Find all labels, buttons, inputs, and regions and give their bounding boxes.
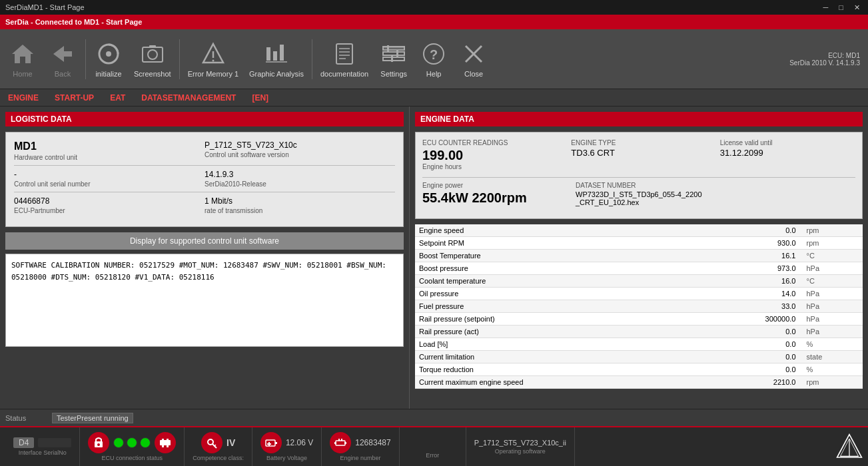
connection-header: SerDia - Connected to MD1 - Start Page xyxy=(0,15,868,29)
row-value: 2210.0 xyxy=(698,376,802,389)
menu-eat[interactable]: EAT xyxy=(107,92,128,104)
initialize-icon xyxy=(95,41,122,67)
menu-datasetmanagement[interactable]: DATASETMANAGEMENT xyxy=(139,92,238,104)
row-unit: hPa xyxy=(803,262,863,275)
left-panel: LOGISTIC DATA MD1 Hardware control unit … xyxy=(0,107,410,409)
license-value: 31.12.2099 xyxy=(720,148,855,158)
toolbar-separator-3 xyxy=(312,39,312,79)
release-label: SerDia2010-Release xyxy=(205,180,395,188)
row-label: Current maximum engine speed xyxy=(415,376,698,389)
interface-serial-value: D4 xyxy=(13,437,34,448)
graphic-analysis-button[interactable]: Graphic Analysis xyxy=(244,33,309,86)
back-button[interactable]: Back xyxy=(43,33,83,86)
row-unit: rpm xyxy=(803,224,863,237)
error-section: Error xyxy=(400,427,466,466)
ecu-icon-1 xyxy=(88,432,109,453)
led-1 xyxy=(113,437,124,448)
error-memory-button[interactable]: Error Memory 1 xyxy=(183,33,244,86)
menu-engine[interactable]: ENGINE xyxy=(5,92,41,104)
engine-table: Engine speed 0.0 rpmSetpoint RPM 930.0 r… xyxy=(415,224,863,389)
engine-data-top: ECU COUNTER READINGS 199.00 Engine hours… xyxy=(415,132,863,219)
dataset-value: WP7323D_I_ST5_TD3p6_055-4_2200_CRT_EU_10… xyxy=(576,190,855,206)
engine-number-section: 12683487 Engine number xyxy=(322,427,399,466)
row-unit: hPa xyxy=(803,288,863,300)
back-icon xyxy=(49,41,76,67)
row-value: 14.0 xyxy=(698,288,802,300)
table-row: Torque reduction 0.0 % xyxy=(415,363,863,376)
svg-point-5 xyxy=(148,50,157,59)
status-bar: Status TesterPresent running xyxy=(0,409,868,426)
ecu-counter-value: 199.00 xyxy=(422,148,558,163)
menu-language[interactable]: [EN] xyxy=(249,92,271,104)
ecu-icons xyxy=(88,432,176,453)
minimize-button[interactable]: ─ xyxy=(821,3,831,12)
connection-status: SerDia - Connected to MD1 - Start Page xyxy=(5,18,142,26)
row-unit: % xyxy=(803,338,863,351)
logistic-divider-1 xyxy=(14,165,395,166)
row-unit: hPa xyxy=(803,326,863,338)
home-button[interactable]: Home xyxy=(3,33,43,86)
screenshot-button[interactable]: Screenshot xyxy=(129,33,177,86)
operating-software-value: P_1712_ST5_V723_X10c_ii xyxy=(474,439,566,447)
table-row: Boost pressure 973.0 hPa xyxy=(415,262,863,275)
serial-dash-label: Control unit serial number xyxy=(14,180,205,188)
row-label: Rail pressure (act) xyxy=(415,326,698,338)
ecu-info-line2: SerDia 2010 V. 14.1.9.3 xyxy=(789,59,860,67)
documentation-button[interactable]: documentation xyxy=(315,33,374,86)
svg-rect-48 xyxy=(344,442,346,444)
svg-rect-46 xyxy=(341,439,342,441)
operating-software-section: P_1712_ST5_V723_X10c_ii Operating softwa… xyxy=(466,427,575,466)
main-content: LOGISTIC DATA MD1 Hardware control unit … xyxy=(0,107,868,426)
hardware-label: Hardware control unit xyxy=(14,154,205,161)
svg-marker-1 xyxy=(53,46,72,62)
battery-section: 12.06 V Battery Voltage xyxy=(252,427,322,466)
menu-startup[interactable]: START-UP xyxy=(52,92,97,104)
row-value: 33.0 xyxy=(698,300,802,313)
toolbar: Home Back initialize Sc xyxy=(0,29,868,89)
version-number: 14.1.9.3 xyxy=(205,170,395,179)
window-controls[interactable]: ─ □ ✕ xyxy=(821,3,863,12)
transmission-rate: 1 Mbit/s xyxy=(205,196,395,206)
help-button[interactable]: ? Help xyxy=(414,33,454,86)
panels-row: LOGISTIC DATA MD1 Hardware control unit … xyxy=(0,107,868,409)
svg-rect-40 xyxy=(266,440,275,446)
screenshot-icon xyxy=(139,41,166,67)
transmission-label: rate of transmission xyxy=(205,207,395,214)
table-row: Rail pressure (setpoint) 300000.0 hPa xyxy=(415,313,863,326)
bottom-bar: D4 Interface SerialNo xyxy=(0,426,868,466)
engine-power-label: Engine power xyxy=(422,182,562,189)
table-row: Current maximum engine speed 2210.0 rpm xyxy=(415,376,863,389)
svg-rect-12 xyxy=(280,45,284,61)
logistic-data-header: LOGISTIC DATA xyxy=(5,112,404,126)
close-window-button[interactable]: ✕ xyxy=(851,3,863,12)
initialize-button[interactable]: initialize xyxy=(89,33,129,86)
table-row: Oil pressure 14.0 hPa xyxy=(415,288,863,300)
row-label: Fuel pressure xyxy=(415,300,698,313)
engine-counter-col: ECU COUNTER READINGS 199.00 Engine hours xyxy=(422,139,558,172)
svg-rect-22 xyxy=(383,57,404,61)
svg-marker-0 xyxy=(12,45,33,63)
maximize-button[interactable]: □ xyxy=(836,3,846,12)
error-memory-icon xyxy=(200,41,226,67)
ecu-info-line1: ECU: MD1 xyxy=(789,52,860,59)
svg-rect-6 xyxy=(149,45,156,48)
svg-rect-10 xyxy=(266,47,270,61)
key-icon xyxy=(201,432,222,453)
svg-rect-45 xyxy=(338,439,340,441)
settings-button[interactable]: Settings xyxy=(374,33,414,86)
close-button[interactable]: Close xyxy=(454,33,494,86)
row-label: Setpoint RPM xyxy=(415,237,698,250)
engine-power-row: Engine power 55.4kW 2200rpm DATASET NUMB… xyxy=(422,182,855,206)
engine-data-header: ENGINE DATA xyxy=(415,112,863,126)
svg-rect-34 xyxy=(167,439,169,441)
app-title: SerDiaMD1 - Start Page xyxy=(5,3,85,11)
display-supported-button[interactable]: Display for supported control unit softw… xyxy=(5,232,404,250)
row-unit: °C xyxy=(803,250,863,262)
engine-power-col: Engine power 55.4kW 2200rpm xyxy=(422,182,562,206)
right-panel: ENGINE DATA ECU COUNTER READINGS 199.00 … xyxy=(410,107,868,409)
competence-section: IV Competence class: xyxy=(185,427,252,466)
software-version-label: Control unit software version xyxy=(205,151,395,158)
engine-type-label: ENGINE TYPE xyxy=(571,139,706,146)
table-row: Boost Temperature 16.1 °C xyxy=(415,250,863,262)
logistic-col-dash: - Control unit serial number xyxy=(14,170,205,188)
